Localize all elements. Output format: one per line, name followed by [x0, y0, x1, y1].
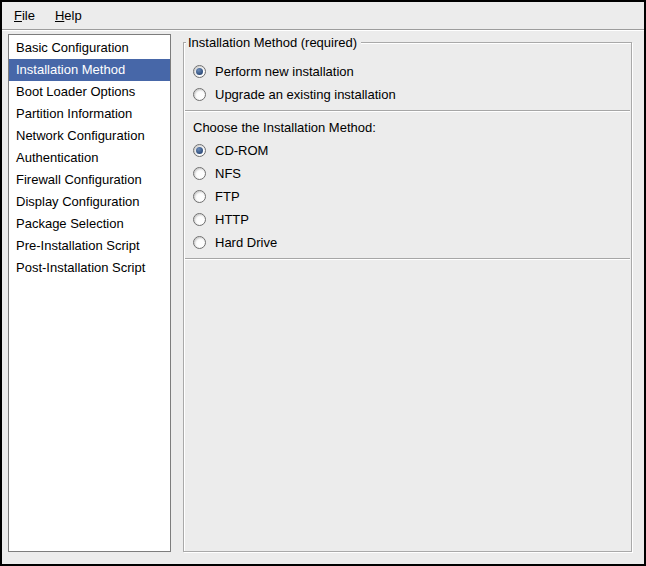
sidebar-item-network-configuration[interactable]: Network Configuration — [9, 125, 170, 147]
radio-ftp[interactable] — [193, 190, 206, 203]
radio-row-ftp[interactable]: FTP — [184, 185, 631, 208]
radio-http[interactable] — [193, 213, 206, 226]
sidebar-item-firewall-configuration[interactable]: Firewall Configuration — [9, 169, 170, 191]
sidebar-item-boot-loader-options[interactable]: Boot Loader Options — [9, 81, 170, 103]
separator — [185, 110, 630, 112]
sidebar-item-pre-installation-script[interactable]: Pre-Installation Script — [9, 235, 170, 257]
radio-upgrade-existing-installation[interactable] — [193, 88, 206, 101]
radio-row-perform-new-installation[interactable]: Perform new installation — [184, 60, 631, 83]
menu-file[interactable]: File — [4, 2, 45, 29]
radio-label: CD-ROM — [215, 143, 268, 158]
radio-cdrom[interactable] — [193, 144, 206, 157]
radio-label: NFS — [215, 166, 241, 181]
radio-perform-new-installation[interactable] — [193, 65, 206, 78]
menu-file-label: File — [14, 8, 35, 23]
menu-bar: File Help — [2, 2, 644, 30]
radio-label: Perform new installation — [215, 64, 354, 79]
installation-method-frame: Installation Method (required) Perform n… — [183, 42, 632, 552]
sidebar-item-partition-information[interactable]: Partition Information — [9, 103, 170, 125]
radio-row-hard-drive[interactable]: Hard Drive — [184, 231, 631, 254]
radio-label: HTTP — [215, 212, 249, 227]
radio-row-nfs[interactable]: NFS — [184, 162, 631, 185]
separator — [185, 258, 630, 260]
sidebar-item-installation-method[interactable]: Installation Method — [9, 59, 170, 81]
sidebar-item-package-selection[interactable]: Package Selection — [9, 213, 170, 235]
menu-help-label: Help — [55, 8, 82, 23]
radio-row-cdrom[interactable]: CD-ROM — [184, 139, 631, 162]
sidebar-section-list: Basic Configuration Installation Method … — [8, 34, 171, 552]
radio-row-http[interactable]: HTTP — [184, 208, 631, 231]
radio-hard-drive[interactable] — [193, 236, 206, 249]
radio-nfs[interactable] — [193, 167, 206, 180]
menu-help[interactable]: Help — [45, 2, 92, 29]
choose-method-label: Choose the Installation Method: — [184, 116, 631, 139]
sidebar-item-post-installation-script[interactable]: Post-Installation Script — [9, 257, 170, 279]
radio-label: FTP — [215, 189, 240, 204]
radio-label: Upgrade an existing installation — [215, 87, 396, 102]
kickstart-configurator-window: File Help Basic Configuration Installati… — [0, 0, 646, 566]
frame-title: Installation Method (required) — [186, 34, 361, 51]
sidebar-item-authentication[interactable]: Authentication — [9, 147, 170, 169]
sidebar-item-basic-configuration[interactable]: Basic Configuration — [9, 37, 170, 59]
frame-body: Perform new installation Upgrade an exis… — [184, 43, 631, 260]
radio-row-upgrade-existing-installation[interactable]: Upgrade an existing installation — [184, 83, 631, 106]
radio-label: Hard Drive — [215, 235, 277, 250]
sidebar-item-display-configuration[interactable]: Display Configuration — [9, 191, 170, 213]
